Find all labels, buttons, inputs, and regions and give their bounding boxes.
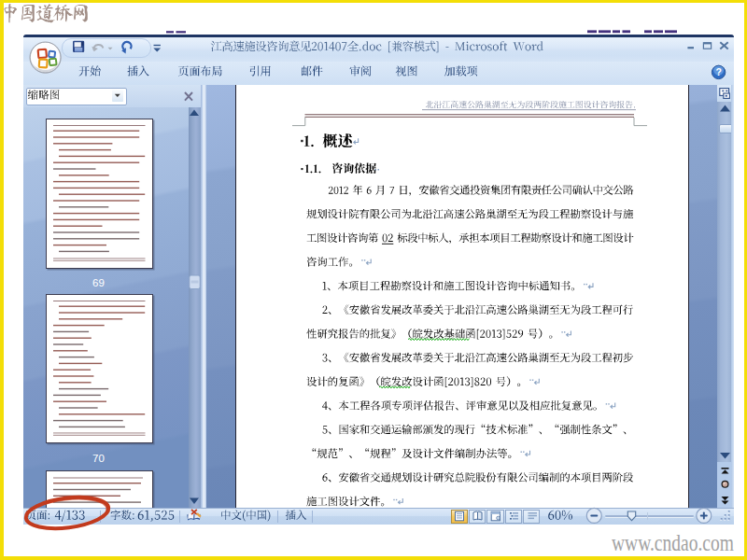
svg-text:70: 70 (92, 453, 105, 464)
svg-text:69: 69 (92, 277, 105, 288)
svg-text:?: ? (715, 66, 721, 77)
